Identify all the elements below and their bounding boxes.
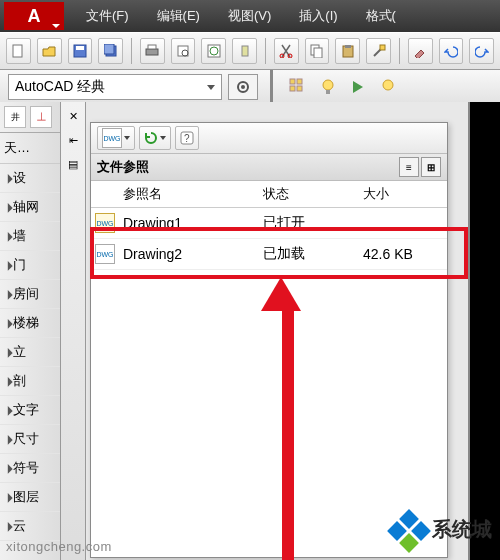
svg-rect-2 xyxy=(76,46,84,50)
bulb2-icon[interactable] xyxy=(375,74,401,100)
bulb-icon[interactable] xyxy=(315,74,341,100)
tool-palette: 井 丄 天… 设 轴网 墙 门 房间 楼梯 立 剖 文字 尺寸 符号 图层 云 xyxy=(0,102,61,560)
open-icon[interactable] xyxy=(37,38,62,64)
workspace-toolbar: AutoCAD 经典 xyxy=(0,70,500,105)
watermark-text: 系统城 xyxy=(432,516,492,543)
tools-icon[interactable] xyxy=(232,38,257,64)
svg-rect-23 xyxy=(290,86,295,91)
attach-icon[interactable]: DWG xyxy=(97,126,135,150)
svg-rect-18 xyxy=(380,45,385,50)
save-icon[interactable] xyxy=(68,38,93,64)
list-item[interactable]: 云 xyxy=(0,512,60,541)
menu-file[interactable]: 文件(F) xyxy=(72,7,143,25)
chevron-down-icon xyxy=(207,85,215,90)
tree-view-icon[interactable]: ⊞ xyxy=(421,157,441,177)
svg-rect-26 xyxy=(326,90,330,94)
list-item[interactable]: 尺寸 xyxy=(0,425,60,454)
col-name[interactable]: 参照名 xyxy=(119,185,259,203)
list-item[interactable]: 墙 xyxy=(0,222,60,251)
separator xyxy=(131,38,132,64)
drawing-canvas[interactable] xyxy=(468,102,500,560)
copy-icon[interactable] xyxy=(305,38,330,64)
xref-columns: 参照名 状态 大小 xyxy=(91,181,447,208)
table-row[interactable]: DWG Drawing1 已打开 xyxy=(91,208,447,239)
dwg-icon: DWG xyxy=(95,213,115,233)
redo-icon[interactable] xyxy=(469,38,494,64)
workspace-label: AutoCAD 经典 xyxy=(15,78,105,96)
workspace-dropdown[interactable]: AutoCAD 经典 xyxy=(8,74,222,100)
separator xyxy=(265,38,266,64)
menubar: A 文件(F) 编辑(E) 视图(V) 插入(I) 格式( xyxy=(0,0,500,32)
svg-rect-21 xyxy=(290,79,295,84)
new-icon[interactable] xyxy=(6,38,31,64)
xref-title: 文件参照 xyxy=(97,158,149,176)
list-item[interactable]: 图层 xyxy=(0,483,60,512)
help-icon[interactable]: ? xyxy=(175,126,199,150)
close-icon[interactable]: ✕ xyxy=(63,106,83,126)
list-item[interactable]: 房间 xyxy=(0,280,60,309)
list-item[interactable]: 剖 xyxy=(0,367,60,396)
list-item[interactable]: 文字 xyxy=(0,396,60,425)
menu-view[interactable]: 视图(V) xyxy=(214,7,285,25)
palette-list: 设 轴网 墙 门 房间 楼梯 立 剖 文字 尺寸 符号 图层 云 xyxy=(0,164,60,541)
separator xyxy=(399,38,400,64)
publish-icon[interactable] xyxy=(201,38,226,64)
pin-icon[interactable]: ⇤ xyxy=(63,130,83,150)
list-item[interactable]: 楼梯 xyxy=(0,309,60,338)
main-area: 井 丄 天… 设 轴网 墙 门 房间 楼梯 立 剖 文字 尺寸 符号 图层 云 … xyxy=(0,102,500,560)
undo-icon[interactable] xyxy=(439,38,464,64)
brush-icon[interactable] xyxy=(408,38,433,64)
match-icon[interactable] xyxy=(366,38,391,64)
vertical-separator xyxy=(270,70,273,104)
list-item[interactable]: 轴网 xyxy=(0,193,60,222)
svg-rect-24 xyxy=(297,86,302,91)
cell-size: 42.6 KB xyxy=(359,246,439,262)
xref-header: 文件参照 ≡ ⊞ xyxy=(91,154,447,181)
menu-format[interactable]: 格式( xyxy=(352,7,410,25)
app-logo-text: A xyxy=(28,6,41,27)
svg-rect-5 xyxy=(146,49,158,55)
paste-icon[interactable] xyxy=(335,38,360,64)
grid-icon[interactable] xyxy=(285,74,311,100)
preview-icon[interactable] xyxy=(171,38,196,64)
list-item[interactable]: 设 xyxy=(0,164,60,193)
palette-title[interactable]: 天… xyxy=(0,133,60,164)
svg-rect-22 xyxy=(297,79,302,84)
saveas-icon[interactable] xyxy=(98,38,123,64)
layer-tools xyxy=(285,74,401,100)
svg-rect-0 xyxy=(13,45,22,57)
anchor-bar: ✕ ⇤ ▤ xyxy=(61,102,86,560)
svg-rect-15 xyxy=(314,48,322,58)
chevron-down-icon xyxy=(160,136,166,140)
svg-rect-4 xyxy=(104,44,114,54)
gear-icon[interactable] xyxy=(228,74,258,100)
play-icon[interactable] xyxy=(345,74,371,100)
list-item[interactable]: 门 xyxy=(0,251,60,280)
col-size[interactable]: 大小 xyxy=(359,185,439,203)
menu-insert[interactable]: 插入(I) xyxy=(285,7,351,25)
svg-rect-17 xyxy=(345,45,351,48)
svg-point-20 xyxy=(241,85,245,89)
palette-header: 井 丄 xyxy=(0,102,60,133)
xref-panel: DWG ? 文件参照 ≡ ⊞ 参照名 状态 大小 DWG Drawing xyxy=(90,122,448,558)
props-icon[interactable]: ▤ xyxy=(63,154,83,174)
dwg-icon: DWG xyxy=(95,244,115,264)
hatch-icon[interactable]: 井 xyxy=(4,106,26,128)
standard-toolbar xyxy=(0,32,500,70)
svg-point-27 xyxy=(383,80,393,90)
cut-icon[interactable] xyxy=(274,38,299,64)
cell-status: 已打开 xyxy=(259,214,359,232)
svg-text:?: ? xyxy=(184,133,190,144)
dim-icon[interactable]: 丄 xyxy=(30,106,52,128)
app-logo-menu[interactable]: A xyxy=(4,2,64,30)
col-status[interactable]: 状态 xyxy=(259,185,359,203)
table-row[interactable]: DWG Drawing2 已加载 42.6 KB xyxy=(91,239,447,270)
list-item[interactable]: 立 xyxy=(0,338,60,367)
print-icon[interactable] xyxy=(140,38,165,64)
cell-name: Drawing2 xyxy=(119,246,259,262)
watermark: 系统城 xyxy=(390,510,492,548)
list-view-icon[interactable]: ≡ xyxy=(399,157,419,177)
list-item[interactable]: 符号 xyxy=(0,454,60,483)
menu-edit[interactable]: 编辑(E) xyxy=(143,7,214,25)
refresh-icon[interactable] xyxy=(139,126,171,150)
